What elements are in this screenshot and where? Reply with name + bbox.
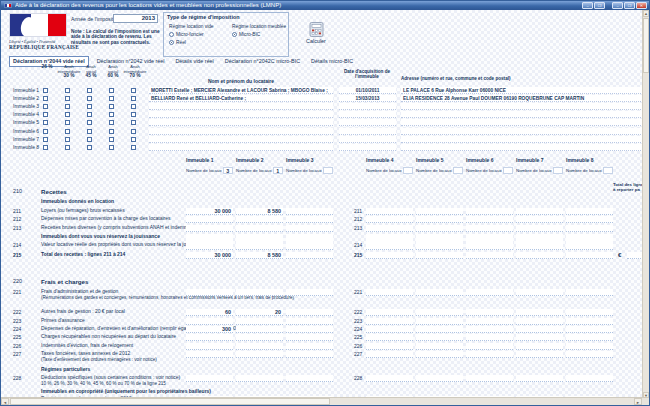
vertical-scrollbar[interactable]: ▲ ▼	[642, 10, 649, 399]
input-221-immeuble-8[interactable]	[566, 289, 613, 296]
input-227-immeuble-7[interactable]	[516, 351, 563, 358]
checkbox-immeuble-7-rate-2[interactable]	[87, 137, 92, 142]
input-226-immeuble-7[interactable]	[516, 343, 563, 350]
checkbox-immeuble-3-rate-1[interactable]	[65, 104, 70, 109]
input-224-immeuble-2[interactable]	[236, 326, 283, 333]
vertical-scroll-thumb[interactable]	[643, 18, 649, 73]
address-field[interactable]	[401, 136, 643, 143]
close-icon[interactable]: ✕	[636, 2, 647, 9]
input-213-immeuble-2[interactable]	[236, 225, 283, 232]
input-228-immeuble-7[interactable]	[516, 375, 563, 382]
input-223-immeuble-6[interactable]	[466, 318, 513, 325]
tenant-name-field[interactable]	[149, 128, 333, 135]
input-224-immeuble-7[interactable]	[516, 326, 563, 333]
address-field[interactable]: ELIA RESIDENCE 28 Avenue Paul DOUMER 061…	[401, 95, 643, 102]
checkbox-immeuble-5-rate-2[interactable]	[87, 120, 92, 125]
tenant-name-field[interactable]: BELLIARD René et BELLIARD-Catherine ;	[149, 95, 333, 102]
locaux-count-input[interactable]	[503, 167, 513, 174]
input-213-immeuble-1[interactable]	[186, 225, 233, 232]
input-223-immeuble-7[interactable]	[516, 318, 563, 325]
checkbox-immeuble-1-rate-0[interactable]	[43, 88, 48, 93]
address-field[interactable]	[401, 144, 643, 151]
address-field[interactable]	[401, 119, 643, 126]
tab-5[interactable]: Détails micro-BIC	[308, 57, 356, 66]
input-225-immeuble-1[interactable]	[186, 334, 233, 341]
locaux-count-input[interactable]	[453, 167, 463, 174]
input-212-immeuble-8[interactable]	[566, 216, 613, 223]
input-224-immeuble-6[interactable]	[466, 326, 513, 333]
input-215-immeuble-2[interactable]: 8 580	[236, 252, 283, 259]
input-228-immeuble-8[interactable]	[566, 375, 613, 382]
input-213-immeuble-7[interactable]	[516, 225, 563, 232]
input-215-immeuble-7[interactable]	[516, 252, 563, 259]
input-227-immeuble-5[interactable]	[416, 351, 463, 358]
input-222-immeuble-6[interactable]	[466, 309, 513, 316]
checkbox-immeuble-7-rate-3[interactable]	[109, 137, 114, 142]
address-field[interactable]	[401, 128, 643, 135]
input-215-immeuble-4[interactable]	[366, 252, 413, 259]
checkbox-immeuble-1-rate-4[interactable]	[131, 88, 136, 93]
input-225-immeuble-8[interactable]	[566, 334, 613, 341]
acquisition-date-field[interactable]	[339, 119, 396, 126]
tenant-name-field[interactable]: MORETTI Estelle ; MERCIER Alexandre et L…	[149, 87, 333, 94]
input-226-immeuble-8[interactable]	[566, 343, 613, 350]
radio-option-meuble-0[interactable]: Micro-BIC	[232, 32, 286, 37]
input-212-immeuble-5[interactable]	[416, 216, 463, 223]
input-213-immeuble-3[interactable]	[286, 225, 333, 232]
input-215-immeuble-3[interactable]	[286, 252, 333, 259]
checkbox-immeuble-6-rate-4[interactable]	[131, 129, 136, 134]
input-211-immeuble-8[interactable]	[566, 208, 613, 215]
checkbox-immeuble-8-rate-3[interactable]	[109, 145, 114, 150]
input-226-immeuble-2[interactable]	[236, 343, 283, 350]
address-field[interactable]	[401, 111, 643, 118]
input-228-immeuble-2[interactable]	[236, 375, 283, 382]
checkbox-immeuble-4-rate-4[interactable]	[131, 112, 136, 117]
checkbox-immeuble-5-rate-4[interactable]	[131, 120, 136, 125]
input-213-immeuble-6[interactable]	[466, 225, 513, 232]
input-221-immeuble-7[interactable]	[516, 289, 563, 296]
input-221-immeuble-5[interactable]	[416, 289, 463, 296]
checkbox-immeuble-4-rate-1[interactable]	[65, 112, 70, 117]
checkbox-immeuble-6-rate-2[interactable]	[87, 129, 92, 134]
input-214-immeuble-6[interactable]	[466, 234, 513, 250]
input-223-immeuble-8[interactable]	[566, 318, 613, 325]
acquisition-date-field[interactable]	[339, 103, 396, 110]
tenant-name-field[interactable]	[149, 119, 333, 126]
checkbox-immeuble-4-rate-2[interactable]	[87, 112, 92, 117]
input-222-immeuble-2[interactable]: 20	[236, 309, 283, 316]
radio-option-vide-1[interactable]: Réel	[169, 40, 214, 45]
checkbox-immeuble-1-rate-1[interactable]	[65, 88, 70, 93]
checkbox-immeuble-8-rate-4[interactable]	[131, 145, 136, 150]
input-211-immeuble-2[interactable]: 8 580	[236, 208, 283, 215]
input-228-immeuble-6[interactable]	[466, 375, 513, 382]
input-228-immeuble-3[interactable]	[286, 375, 333, 382]
input-221-immeuble-6[interactable]	[466, 289, 513, 296]
input-227-immeuble-1[interactable]	[186, 351, 233, 358]
acquisition-date-field[interactable]	[339, 111, 396, 118]
scroll-right-icon[interactable]: ►	[634, 398, 642, 405]
input-222-immeuble-5[interactable]	[416, 309, 463, 316]
input-225-immeuble-3[interactable]	[286, 334, 333, 341]
sheet-minimize-button[interactable]: –	[582, 2, 593, 9]
tenant-name-field[interactable]	[149, 136, 333, 143]
input-211-immeuble-1[interactable]: 30 000	[186, 208, 233, 215]
input-214-immeuble-5[interactable]	[416, 234, 463, 250]
input-212-immeuble-6[interactable]	[466, 216, 513, 223]
input-224-immeuble-5[interactable]	[416, 326, 463, 333]
input-225-immeuble-7[interactable]	[516, 334, 563, 341]
input-212-immeuble-1[interactable]	[186, 216, 233, 223]
horizontal-scroll-thumb[interactable]	[10, 398, 330, 405]
checkbox-immeuble-7-rate-4[interactable]	[131, 137, 136, 142]
input-224-immeuble-8[interactable]	[566, 326, 613, 333]
address-field[interactable]: LE PALACE 6 Rue Alphonse Karr 06000 NICE	[401, 87, 643, 94]
input-214-immeuble-4[interactable]	[366, 234, 413, 250]
acquisition-date-field[interactable]	[339, 144, 396, 151]
input-215-immeuble-1[interactable]: 30 000	[186, 252, 233, 259]
checkbox-immeuble-8-rate-0[interactable]	[43, 145, 48, 150]
input-215-immeuble-5[interactable]	[416, 252, 463, 259]
input-226-immeuble-6[interactable]	[466, 343, 513, 350]
input-223-immeuble-2[interactable]	[236, 318, 283, 325]
checkbox-immeuble-3-rate-0[interactable]	[43, 104, 48, 109]
input-225-immeuble-4[interactable]	[366, 334, 413, 341]
input-214-immeuble-3[interactable]	[286, 234, 333, 250]
